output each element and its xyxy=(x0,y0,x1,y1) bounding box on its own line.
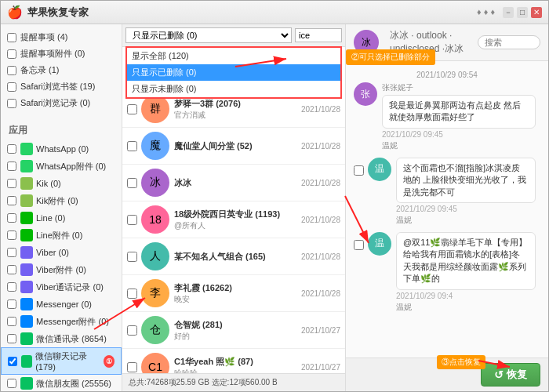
chat-item[interactable]: C1 C1华yeah 照🌿 (87) 哈哈哈 2021/10/27 xyxy=(122,349,345,373)
chat-item[interactable]: 魔 魔仙堂人间分堂 (52) 2021/10/28 xyxy=(122,128,345,165)
chat-checkbox[interactable] xyxy=(127,104,137,114)
wechat-chat-icon xyxy=(21,355,32,368)
kik-attach-icon xyxy=(20,194,33,207)
wechat-msg-icon xyxy=(20,332,33,345)
messenger-icon xyxy=(20,298,33,310)
chat-checkbox[interactable] xyxy=(127,215,137,225)
sidebar-item-reminders[interactable]: 提醒事项 (4) xyxy=(1,29,122,45)
notes-checkbox[interactable] xyxy=(7,66,16,75)
search-input[interactable] xyxy=(295,28,342,42)
message-avatar: 温 xyxy=(368,232,391,256)
reminders-checkbox[interactable] xyxy=(7,33,16,42)
sidebar-item-line[interactable]: Line (0) xyxy=(1,209,122,227)
chat-item[interactable]: 18 18级外院西日英专业 (1193) @所有人 2021/10/28 xyxy=(122,201,345,238)
right-footer: ③点击恢复 ↺ 恢复 xyxy=(346,358,548,391)
viber-calls-icon xyxy=(20,281,33,293)
message-date: 2021/10/29 09:54 xyxy=(354,71,540,79)
chat-checkbox[interactable] xyxy=(127,178,137,188)
wechat-moments-checkbox[interactable] xyxy=(7,379,16,388)
message-nickname: 温妮 xyxy=(396,215,536,226)
sidebar-item-kik-attach[interactable]: Kik附件 (0) xyxy=(1,192,122,209)
whatsapp-attach-icon xyxy=(20,160,33,172)
main-layout: 提醒事项 (4) 提醒事项附件 (0) 备忘录 (1) Safari浏览书签 (… xyxy=(1,24,548,391)
chat-checkbox[interactable] xyxy=(127,289,137,299)
chat-item[interactable]: 人 某不知名人气组合 (165) 2021/10/28 xyxy=(122,238,345,275)
chat-avatar: 李 xyxy=(141,279,169,307)
message-bubble: @双11🌿翡绿羊毛下单【专用】 给哈我有用面霜镜水的[表格]冬天我都是用综经颜妆… xyxy=(396,232,536,290)
filter-dropdown[interactable]: 显示全部 (120) 只显示已删除 (0) 只显示未删除 (0) xyxy=(125,46,342,99)
wechat-chat-checkbox[interactable] xyxy=(8,357,17,366)
middle-panel: 显示全部 (120) 只显示已删除 (0) 只显示未删除 (0) 显示全部 (1… xyxy=(122,24,346,391)
recover-icon: ↺ xyxy=(494,368,504,381)
sidebar-item-messenger-attach[interactable]: Messenger附件 (0) xyxy=(1,313,122,330)
sidebar-item-kik[interactable]: Kik (0) xyxy=(1,175,122,192)
chat-item[interactable]: 仓 仓智妮 (281) 好的 2021/10/27 xyxy=(122,312,345,349)
line-attach-checkbox[interactable] xyxy=(7,230,16,240)
viber-checkbox[interactable] xyxy=(7,248,16,257)
filter-option-deleted[interactable]: 只显示已删除 (0) xyxy=(127,64,340,81)
right-search-input[interactable] xyxy=(478,35,540,49)
filter-hint: ②可只选择已删除部分 xyxy=(346,49,435,65)
sidebar-item-viber-attach[interactable]: Viber附件 (0) xyxy=(1,261,122,278)
recover-label: 恢复 xyxy=(507,368,527,382)
chat-checkbox[interactable] xyxy=(127,141,137,151)
chat-item[interactable]: 冰 冰冰 2021/10/28 xyxy=(122,165,345,201)
sidebar-item-whatsapp[interactable]: WhatsApp (0) xyxy=(1,140,122,158)
message-content: @双11🌿翡绿羊毛下单【专用】 给哈我有用面霜镜水的[表格]冬天我都是用综经颜妆… xyxy=(396,232,536,313)
sidebar-item-whatsapp-attach[interactable]: WhatsApp附件 (0) xyxy=(1,158,122,175)
kik-attach-checkbox[interactable] xyxy=(7,196,16,205)
message-checkbox[interactable] xyxy=(354,165,364,176)
maximize-button[interactable]: □ xyxy=(517,7,528,18)
reminder-attachments-checkbox[interactable] xyxy=(7,49,16,59)
close-button[interactable]: ✕ xyxy=(531,7,542,18)
message-row: 张 张张妮子 我是最近鼻翼那两边有点起皮 然后就使劲厚敷面霜好些了 2021/1… xyxy=(354,82,540,151)
sidebar-item-safari-history[interactable]: Safari浏览记录 (0) xyxy=(1,95,122,111)
filter-option-all[interactable]: 显示全部 (120) xyxy=(127,48,340,64)
chat-avatar: C1 xyxy=(141,353,169,373)
chat-info: 李礼霞 (16262) 晚安 xyxy=(174,282,301,305)
minimize-button[interactable]: － xyxy=(503,7,514,18)
sidebar-item-safari-bookmarks[interactable]: Safari浏览书签 (19) xyxy=(1,78,122,95)
chat-avatar: 冰 xyxy=(141,169,169,197)
sidebar-item-wechat-moments[interactable]: 微信朋友圈 (25556) xyxy=(1,375,122,391)
message-checkbox[interactable] xyxy=(354,240,364,250)
messenger-attach-icon xyxy=(20,315,33,328)
chat-avatar: 魔 xyxy=(141,132,169,160)
whatsapp-checkbox[interactable] xyxy=(7,144,16,154)
sidebar-item-viber-calls[interactable]: Viber通话记录 (0) xyxy=(1,278,122,296)
chat-checkbox[interactable] xyxy=(127,362,137,372)
chat-avatar: 18 xyxy=(141,205,169,234)
recover-button[interactable]: ↺ 恢复 xyxy=(481,363,540,387)
chat-item[interactable]: 李 李礼霞 (16262) 晚安 2021/10/28 xyxy=(122,275,345,312)
sidebar-item-line-attach[interactable]: Line附件 (0) xyxy=(1,227,122,244)
filter-select[interactable]: 显示全部 (120) 只显示已删除 (0) 只显示未删除 (0) xyxy=(125,27,292,43)
message-time: 2021/10/29 09:45 xyxy=(396,205,536,213)
messenger-checkbox[interactable] xyxy=(7,299,16,309)
sidebar-item-reminder-attachments[interactable]: 提醒事项附件 (0) xyxy=(1,45,122,62)
sidebar-item-messenger[interactable]: Messenger (0) xyxy=(1,296,122,313)
message-time: 2021/10/29 09:45 xyxy=(382,130,536,139)
status-bar: 总共:74268项25.59 GB 选定:12项560.00 B xyxy=(122,373,345,391)
chat-checkbox[interactable] xyxy=(127,252,137,262)
viber-calls-checkbox[interactable] xyxy=(7,282,16,292)
messenger-attach-checkbox[interactable] xyxy=(7,317,16,326)
sidebar-item-wechat-chat[interactable]: 微信聊天记录 (179) ① xyxy=(1,347,122,375)
viber-attach-checkbox[interactable] xyxy=(7,265,16,274)
line-checkbox[interactable] xyxy=(7,213,16,223)
whatsapp-attach-checkbox[interactable] xyxy=(7,162,16,171)
sidebar-item-viber[interactable]: Viber (0) xyxy=(1,244,122,261)
sidebar-item-wechat-msg[interactable]: 微信通讯录 (8654) xyxy=(1,330,122,347)
kik-checkbox[interactable] xyxy=(7,179,16,188)
wechat-msg-checkbox[interactable] xyxy=(7,334,16,343)
chat-avatar: 仓 xyxy=(141,316,169,344)
safari-history-checkbox[interactable] xyxy=(7,99,16,108)
message-nickname: 温妮 xyxy=(396,302,536,313)
safari-bookmarks-checkbox[interactable] xyxy=(7,82,16,92)
whatsapp-icon xyxy=(20,143,33,155)
message-bubble: 我是最近鼻翼那两边有点起皮 然后就使劲厚敷面霜好些了 xyxy=(382,95,536,129)
line-attach-icon xyxy=(20,229,33,241)
filter-option-not-deleted[interactable]: 只显示未删除 (0) xyxy=(127,81,340,97)
sidebar-item-notes[interactable]: 备忘录 (1) xyxy=(1,62,122,78)
chat-checkbox[interactable] xyxy=(127,325,137,336)
message-bubble: 这个面霜也不溜[指脸]冰淇凌质地的 上脸很快变细光光收了，我是洗完都不可 xyxy=(396,158,536,203)
